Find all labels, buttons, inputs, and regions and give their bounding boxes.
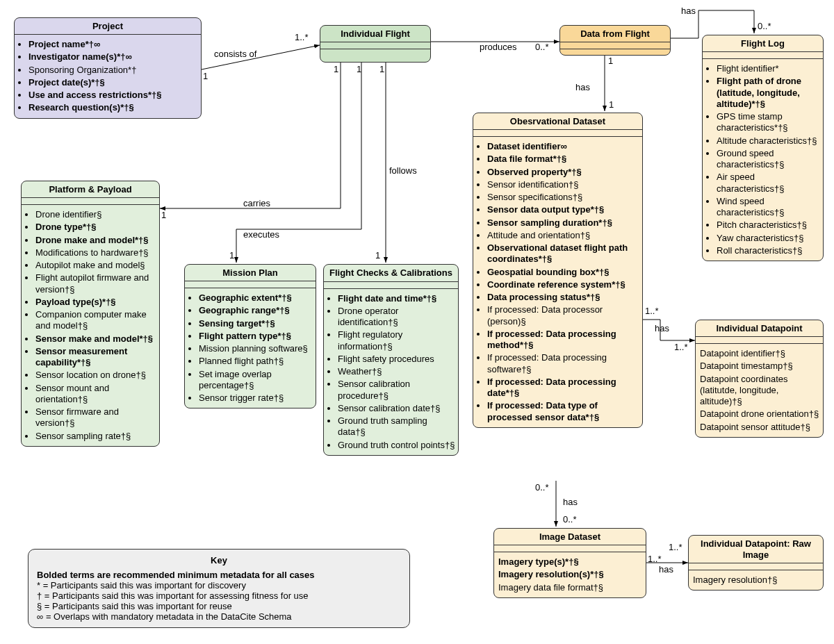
attribute-item: Datapoint timestamp†§	[700, 361, 820, 372]
mult: 1	[379, 64, 384, 74]
entity-flight-checks: Flight Checks & Calibrations Flight date…	[323, 264, 459, 456]
label-follows: follows	[389, 165, 417, 176]
title: Image Dataset	[494, 529, 646, 545]
attribute-item: Dataset identifier∞	[487, 141, 639, 152]
mult: 1	[229, 250, 234, 261]
attribute-item: Air speed characteristics†§	[717, 172, 820, 195]
attribute-item: Project name*†∞	[28, 39, 198, 50]
attribute-item: Sensor measurement capability*†§	[35, 346, 156, 369]
attribute-item: If processed: Data processing date*†§	[487, 377, 639, 399]
key-line: ∞ = Overlaps with mandatory metadata in …	[37, 611, 401, 622]
title: Flight Log	[703, 35, 823, 52]
attribute-item: Sensor data output type*†§	[487, 204, 639, 215]
attribute-item: Drone make and model*†§	[35, 235, 156, 246]
label-has: has	[575, 82, 590, 92]
mult: 1..*	[648, 554, 662, 564]
attribute-item: Sensor specifications†§	[487, 192, 639, 203]
mult: 1	[608, 56, 613, 66]
attribute-item: If processed: Data processing method*†§	[487, 329, 639, 352]
attribute-item: Geospatial bounding box*†§	[487, 267, 639, 278]
attribute-item: Drone operator identification†§	[338, 306, 455, 329]
attribute-item: Project date(s)*†§	[28, 77, 198, 88]
attribute-item: Investigator name(s)*†∞	[28, 51, 198, 63]
title: Data from Flight	[560, 26, 670, 42]
mult: 1	[203, 71, 208, 81]
mult: 0..*	[535, 42, 549, 52]
attribute-item: Mission planning software§	[199, 343, 313, 354]
attribute-item: Modifications to hardware†§	[35, 247, 156, 258]
title: Platform & Payload	[22, 181, 159, 198]
attribute-item: Geographic range*†§	[199, 305, 313, 316]
title: Individual Flight	[320, 26, 430, 42]
attribute-item: If processed: Data processing software†§	[487, 352, 639, 375]
attribute-item: Sensor sampling rate†§	[35, 431, 156, 442]
legend-key: Key Bolded terms are recommended minimum…	[28, 549, 410, 628]
attribute-item: Sensor calibration procedure†§	[338, 379, 455, 402]
attribute-item: Flight path of drone (latitude, longitud…	[717, 76, 820, 110]
attribute-item: Sensor calibration date†§	[338, 403, 455, 414]
attribute-item: Attitude and orientation†§	[487, 230, 639, 241]
attribute-item: Observational dataset flight path coordi…	[487, 242, 639, 265]
attribute-item: Use and access restrictions*†§	[28, 90, 198, 101]
attribute-item: Drone identifier§	[35, 209, 156, 220]
attribute-item: Pitch characteristics†§	[717, 220, 820, 231]
attribute-item: Data processing status*†§	[487, 292, 639, 303]
attribute-item: Datapoint identifier†§	[700, 348, 820, 359]
attribute-item: Sensor sampling duration*†§	[487, 217, 639, 229]
mult: 1	[609, 99, 614, 110]
entity-flight-log: Flight Log Flight identifier*Flight path…	[702, 35, 824, 261]
mult: 0..*	[535, 482, 549, 493]
attribute-item: Sensor mount and orientation†§	[35, 383, 156, 406]
attribute-item: Autopilot make and model§	[35, 260, 156, 271]
attribute-item: Weather†§	[338, 366, 455, 377]
entity-individual-datapoint: Individual Datapoint Datapoint identifie…	[695, 320, 824, 438]
key-line: Bolded terms are recommended minimum met…	[37, 570, 401, 580]
attribute-item: Sensor location on drone†§	[35, 370, 156, 381]
attribute-item: Geographic extent*†§	[199, 292, 313, 304]
attribute-item: Roll characteristics†§	[717, 245, 820, 256]
attribute-item: Imagery data file format†§	[498, 582, 643, 593]
attribute-item: Flight regulatory information†§	[338, 329, 455, 352]
title: Mission Plan	[185, 265, 316, 281]
label-executes: executes	[243, 229, 279, 240]
label-carries: carries	[243, 198, 270, 208]
mult: 1..*	[674, 342, 688, 352]
entity-data-from-flight: Data from Flight	[559, 25, 671, 56]
attribute-item: Coordinate reference system*†§	[487, 279, 639, 290]
attribute-item: Altitude characteristics†§	[717, 135, 820, 147]
mult: 1	[375, 250, 380, 261]
attribute-item: Wind speed characteristics†§	[717, 196, 820, 219]
label-has: has	[655, 323, 669, 333]
attribute-item: Ground speed characteristics†§	[717, 148, 820, 171]
attribute-item: Research question(s)*†§	[28, 102, 198, 113]
entity-project: Project Project name*†∞Investigator name…	[14, 17, 202, 119]
mult: 1..*	[295, 32, 309, 42]
attribute-item: Ground truth control points†§	[338, 440, 455, 451]
attribute-item: GPS time stamp characteristics*†§	[717, 111, 820, 134]
entity-raw-image: Individual Datapoint: Raw Image Imagery …	[688, 535, 824, 591]
entity-individual-flight: Individual Flight	[320, 25, 431, 63]
attribute-item: Sensor trigger rate†§	[199, 393, 313, 404]
title: Flight Checks & Calibrations	[324, 265, 458, 282]
mult: 1	[357, 64, 361, 74]
key-line: † = Participants said this was important…	[37, 591, 401, 601]
mult: 1..*	[645, 306, 659, 316]
attribute-item: Flight safety procedures	[338, 354, 455, 365]
attribute-item: If processed: Data type of processed sen…	[487, 400, 639, 423]
label-has: has	[681, 6, 696, 16]
attribute-item: Flight identifier*	[717, 63, 820, 74]
attribute-item: If processed: Data processor (person)§	[487, 304, 639, 327]
attribute-item: Flight date and time*†§	[338, 293, 455, 304]
attribute-item: Observed property*†§	[487, 167, 639, 178]
key-line: § = Participants said this was important…	[37, 601, 401, 611]
key-line: * = Participants said this was important…	[37, 580, 401, 591]
title: Project	[15, 18, 201, 35]
title: Obesrvational Dataset	[473, 113, 642, 130]
mult: 1	[334, 64, 338, 74]
attribute-item: Imagery resolution(s)*†§	[498, 569, 643, 580]
entity-observational-dataset: Obesrvational Dataset Dataset identifier…	[473, 113, 643, 428]
attribute-item: Sensing target*†§	[199, 318, 313, 329]
entity-image-dataset: Image Dataset Imagery type(s)*†§Imagery …	[493, 528, 646, 598]
attribute-item: Imagery type(s)*†§	[498, 556, 643, 568]
mult: 0..*	[563, 514, 577, 525]
